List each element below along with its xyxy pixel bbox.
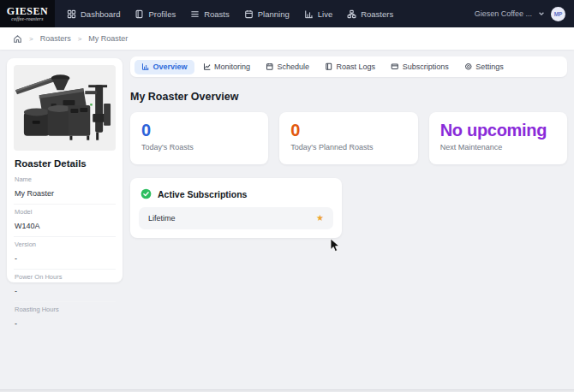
- roaster-details-card: Roaster Details Name My Roaster Model W1…: [7, 58, 123, 282]
- tab-overview[interactable]: Overview: [135, 60, 194, 74]
- subscription-item-lifetime[interactable]: Lifetime ★: [139, 207, 333, 229]
- field-model: Model W140A: [14, 205, 116, 237]
- gear-icon: [464, 62, 473, 71]
- sitemap-icon: [347, 9, 356, 19]
- giesen-logo[interactable]: GIESEN coffee-roasters: [0, 0, 55, 27]
- details-title: Roaster Details: [15, 158, 115, 169]
- breadcrumb-separator: >: [78, 35, 82, 43]
- card-icon: [391, 62, 399, 71]
- field-label: Name: [15, 175, 115, 183]
- stat-todays-roasts: 0 Today's Roasts: [130, 112, 268, 164]
- nav-label: Roasters: [361, 9, 393, 19]
- breadcrumb-item-roasters[interactable]: Roasters: [40, 34, 71, 43]
- bar-chart-icon: [141, 62, 150, 71]
- nav-item-live[interactable]: Live: [304, 9, 332, 19]
- page-title: My Roaster Overview: [130, 91, 567, 103]
- stat-value: 0: [141, 120, 257, 140]
- main-panel: Overview Monitoring Schedule Roast Logs: [130, 56, 567, 238]
- field-value: W140A: [15, 222, 40, 230]
- tab-label: Monitoring: [214, 62, 250, 71]
- nav-item-dashboard[interactable]: Dashboard: [67, 9, 120, 19]
- logo-subtitle: coffee-roasters: [11, 16, 43, 22]
- account-name[interactable]: Giesen Coffee ...: [475, 9, 532, 18]
- subscription-name: Lifetime: [148, 214, 176, 223]
- nav-label: Live: [318, 9, 332, 19]
- main-nav: Dashboard Profiles Roasts Planning Live: [67, 9, 393, 19]
- avatar[interactable]: MP: [551, 7, 565, 21]
- account-area: Giesen Coffee ... MP: [475, 7, 574, 21]
- tab-label: Settings: [475, 62, 504, 71]
- subscriptions-title: Active Subscriptions: [158, 189, 247, 199]
- subscriptions-header: Active Subscriptions: [139, 187, 333, 199]
- grid-icon: [67, 9, 76, 19]
- breadcrumb: > Roasters > My Roaster: [0, 27, 574, 50]
- tab-bar: Overview Monitoring Schedule Roast Logs: [130, 56, 567, 77]
- nav-item-planning[interactable]: Planning: [244, 9, 290, 19]
- nav-label: Dashboard: [81, 9, 120, 19]
- stat-value: 0: [290, 120, 406, 140]
- logo-title: GIESEN: [7, 6, 48, 16]
- field-label: Model: [15, 208, 115, 216]
- chevron-down-icon[interactable]: [538, 10, 545, 17]
- stat-label: Today's Roasts: [141, 143, 257, 151]
- field-roasting-hours: Roasting Hours -: [14, 302, 116, 334]
- list-icon: [190, 9, 200, 19]
- line-chart-icon: [203, 62, 212, 71]
- field-name: Name My Roaster: [14, 172, 116, 205]
- top-navbar: GIESEN coffee-roasters Dashboard Profile…: [0, 0, 574, 27]
- check-circle-icon: [141, 188, 152, 199]
- field-value: My Roaster: [15, 189, 54, 198]
- breadcrumb-separator: >: [29, 35, 33, 43]
- stat-label: Today's Planned Roasts: [290, 143, 406, 151]
- nav-item-roasts[interactable]: Roasts: [190, 9, 230, 19]
- stats-row: 0 Today's Roasts 0 Today's Planned Roast…: [130, 112, 567, 164]
- tab-monitoring[interactable]: Monitoring: [196, 60, 258, 74]
- stat-next-maintenance: No upcoming Next Maintenance: [429, 112, 567, 164]
- field-label: Roasting Hours: [15, 306, 115, 313]
- nav-item-roasters[interactable]: Roasters: [347, 9, 393, 19]
- field-label: Power On Hours: [15, 273, 115, 281]
- calendar-icon: [244, 9, 254, 19]
- mouse-cursor: [330, 238, 340, 252]
- field-value: -: [15, 287, 17, 295]
- nav-label: Profiles: [148, 9, 176, 19]
- calendar-icon: [266, 62, 274, 71]
- star-icon: ★: [316, 214, 324, 223]
- book-icon: [135, 9, 144, 19]
- field-value: -: [15, 319, 17, 328]
- book-icon: [325, 62, 333, 71]
- tab-settings[interactable]: Settings: [457, 60, 511, 74]
- nav-label: Roasts: [204, 9, 230, 19]
- field-power-on-hours: Power On Hours -: [14, 270, 116, 302]
- nav-item-profiles[interactable]: Profiles: [135, 9, 176, 19]
- field-value: -: [15, 254, 17, 263]
- tab-subscriptions[interactable]: Subscriptions: [384, 60, 456, 74]
- nav-label: Planning: [258, 9, 290, 19]
- field-label: Version: [15, 241, 115, 248]
- tab-label: Subscriptions: [403, 62, 449, 71]
- stat-todays-planned-roasts: 0 Today's Planned Roasts: [279, 112, 417, 164]
- roaster-photo: [14, 65, 116, 151]
- breadcrumb-item-my-roaster[interactable]: My Roaster: [88, 34, 128, 43]
- field-version: Version -: [14, 237, 116, 270]
- stat-value: No upcoming: [440, 120, 556, 140]
- tab-roast-logs[interactable]: Roast Logs: [318, 60, 382, 74]
- content-area: Roaster Details Name My Roaster Model W1…: [0, 50, 574, 392]
- bar-chart-icon: [304, 9, 314, 19]
- stat-label: Next Maintenance: [440, 143, 556, 151]
- active-subscriptions-card: Active Subscriptions Lifetime ★: [130, 178, 342, 238]
- tab-schedule[interactable]: Schedule: [259, 60, 316, 74]
- tab-label: Overview: [153, 62, 188, 71]
- tab-label: Schedule: [278, 62, 310, 71]
- home-icon[interactable]: [13, 34, 22, 44]
- tab-label: Roast Logs: [337, 62, 376, 71]
